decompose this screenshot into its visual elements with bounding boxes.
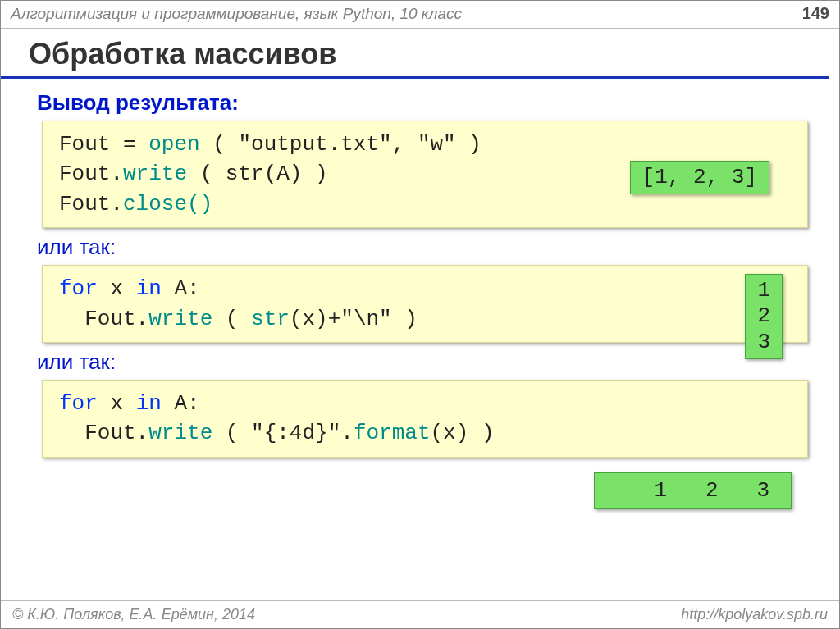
keyword-open: open — [148, 132, 199, 157]
output3-row: 1 2 3 — [37, 472, 811, 522]
code-text: Fout = — [59, 132, 148, 157]
keyword-str: str — [251, 307, 290, 331]
code-text: ( — [212, 307, 251, 331]
code-block-2: for x in A: Fout.write ( str(x)+"\n" )1 … — [42, 265, 808, 343]
code-text: Fout. — [59, 421, 148, 445]
code-text: ( str(A) ) — [187, 162, 328, 186]
page-number: 149 — [802, 4, 829, 23]
code-text: ) — [392, 307, 418, 331]
course-title: Алгоритмизация и программирование, язык … — [11, 5, 462, 23]
code-text: (x)+ — [290, 307, 340, 331]
keyword-for: for — [59, 276, 98, 301]
section3-heading: или так: — [37, 349, 811, 375]
output-box-1: [1, 2, 3] — [630, 161, 769, 194]
code-text: ( "output.txt", "w" ) — [200, 132, 482, 157]
code-block-3: for x in A: Fout.write ( "{:4d}".format(… — [42, 380, 808, 458]
slide-title: Обработка массивов — [1, 29, 829, 79]
code-text: Fout. — [59, 192, 123, 217]
keyword-in: in — [136, 391, 162, 416]
footer-bar: © К.Ю. Поляков, Е.А. Ерёмин, 2014 http:/… — [1, 600, 839, 628]
code-block-1: Fout = open ( "output.txt", "w" ) Fout.w… — [42, 121, 808, 228]
header-bar: Алгоритмизация и программирование, язык … — [1, 1, 839, 29]
code-text: A: — [162, 276, 200, 301]
keyword-format: format — [354, 421, 431, 445]
code-text: Fout. — [59, 162, 123, 186]
section2-heading: или так: — [37, 235, 811, 260]
code-text: ( "{:4d}". — [212, 421, 354, 445]
keyword-write: write — [148, 421, 212, 445]
code-text: x — [98, 391, 136, 416]
keyword-write: write — [148, 307, 212, 331]
section1-heading: Вывод результата: — [37, 90, 811, 116]
code-text: A: — [162, 391, 200, 416]
keyword-in: in — [136, 276, 162, 301]
keyword-write: write — [123, 162, 187, 186]
keyword-for: for — [59, 391, 98, 416]
code-text: Fout. — [59, 307, 148, 331]
copyright-text: © К.Ю. Поляков, Е.А. Ерёмин, 2014 — [12, 606, 255, 623]
keyword-close: close() — [123, 192, 212, 217]
code-string: "\n" — [340, 307, 391, 331]
code-text: (x) ) — [431, 421, 495, 445]
code-text: x — [98, 276, 136, 301]
footer-url: http://kpolyakov.spb.ru — [681, 606, 828, 623]
slide-content: Вывод результата: Fout = open ( "output.… — [1, 79, 839, 522]
output-box-2: 1 2 3 — [745, 274, 783, 359]
output-box-3: 1 2 3 — [594, 472, 792, 509]
